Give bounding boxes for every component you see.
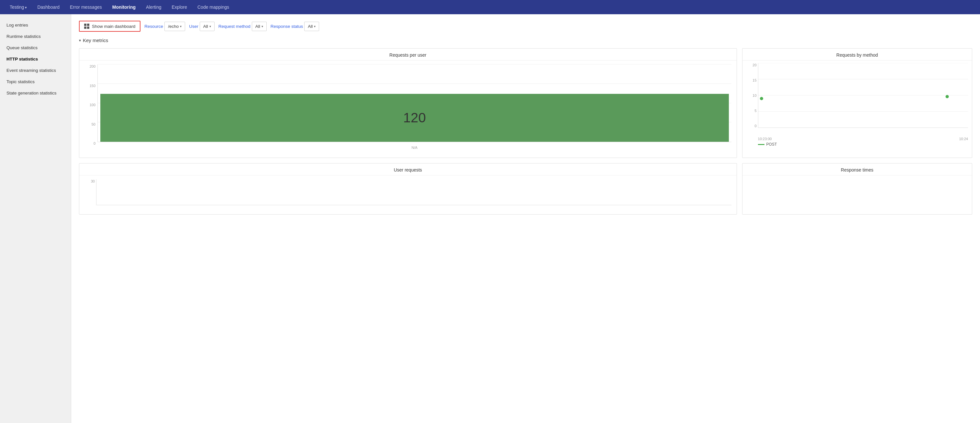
top-navigation: Testing Dashboard Error messages Monitor… [0, 0, 980, 14]
sidebar-item-queue-statistics[interactable]: Queue statistics [0, 42, 71, 53]
user-dropdown[interactable]: All ▾ [200, 22, 215, 31]
response-status-filter: Response status All ▾ [270, 22, 320, 31]
user-requests-title: User requests [79, 164, 737, 175]
response-status-label: Response status [270, 24, 303, 29]
y-label-0: 0 [84, 142, 97, 145]
legend-post-label: POST [767, 142, 777, 146]
sidebar-item-state-generation-statistics[interactable]: State generation statistics [0, 87, 71, 99]
toolbar: Show main dashboard Resource /echo ▾ Use… [79, 21, 972, 32]
requests-per-user-body: 0 50 100 150 200 [79, 60, 737, 157]
sidebar-item-log-entries[interactable]: Log entries [0, 19, 71, 31]
time-label-2: 10:24 [959, 137, 968, 141]
user-chevron-icon: ▾ [209, 25, 211, 28]
user-value: All [203, 24, 208, 29]
y-label-100: 100 [84, 103, 97, 107]
response-status-value: All [308, 24, 313, 29]
user-requests-grid [96, 179, 732, 205]
request-method-dropdown[interactable]: All ▾ [252, 22, 267, 31]
main-content: Show main dashboard Resource /echo ▾ Use… [71, 14, 980, 423]
svg-point-5 [945, 95, 948, 98]
chart2-legend: POST [746, 141, 968, 146]
legend-line-icon [758, 144, 764, 145]
charts-row-2: User requests 30 Response times [79, 163, 972, 215]
response-times-chart: Response times [742, 163, 972, 215]
nav-item-monitoring[interactable]: Monitoring [108, 2, 140, 12]
sidebar-item-http-statistics[interactable]: HTTP statistics [0, 53, 71, 65]
x-label-na: N/A [412, 146, 417, 149]
line-y-5: 5 [746, 109, 758, 113]
line-y-15: 15 [746, 78, 758, 82]
line-y-20: 20 [746, 63, 758, 67]
resource-filter: Resource /echo ▾ [144, 22, 185, 31]
line-x-axis: 10:23:00 10:24 [758, 135, 968, 141]
response-times-title: Response times [743, 164, 972, 175]
request-method-chevron-icon: ▾ [261, 25, 263, 28]
line-y-10: 10 [746, 94, 758, 97]
show-main-dashboard-button[interactable]: Show main dashboard [79, 21, 140, 32]
requests-per-user-title: Requests per user [79, 49, 737, 60]
page-layout: Log entries Runtime statistics Queue sta… [0, 14, 980, 423]
y-label-150: 150 [84, 84, 97, 88]
nav-item-error-messages[interactable]: Error messages [65, 2, 107, 12]
user-filter: User All ▾ [189, 22, 215, 31]
line-chart-svg [758, 63, 968, 128]
resource-value: /echo [168, 24, 179, 29]
sidebar-item-event-streaming-statistics[interactable]: Event streaming statistics [0, 65, 71, 76]
sidebar-item-runtime-statistics[interactable]: Runtime statistics [0, 31, 71, 42]
response-times-body [743, 175, 972, 208]
bar-requests: 120 [100, 94, 729, 142]
y-label-50: 50 [84, 122, 97, 126]
section-title: Key metrics [83, 38, 108, 43]
gridline-200 [98, 64, 732, 64]
sidebar-item-topic-statistics[interactable]: Topic statistics [0, 76, 71, 87]
y-label-200: 200 [84, 64, 97, 68]
requests-by-method-chart: Requests by method 0 5 10 15 20 [742, 48, 972, 158]
charts-row-1: Requests per user 0 50 100 150 200 [79, 48, 972, 158]
svg-point-4 [760, 97, 763, 100]
dashboard-grid-icon [84, 24, 89, 29]
nav-item-alerting[interactable]: Alerting [142, 2, 166, 12]
requests-by-method-body: 0 5 10 15 20 [743, 60, 972, 149]
dashboard-button-label: Show main dashboard [92, 24, 135, 29]
user-y-30: 30 [84, 179, 96, 183]
line-chart-area: 0 5 10 15 20 [746, 63, 968, 141]
nav-item-testing[interactable]: Testing [5, 2, 32, 12]
request-method-filter: Request method All ▾ [218, 22, 267, 31]
requests-per-user-chart: Requests per user 0 50 100 150 200 [79, 48, 737, 158]
resource-dropdown[interactable]: /echo ▾ [164, 22, 185, 31]
user-label: User [189, 24, 198, 29]
nav-item-explore[interactable]: Explore [167, 2, 192, 12]
request-method-value: All [255, 24, 260, 29]
user-requests-chart: User requests 30 [79, 163, 737, 215]
nav-item-code-mappings[interactable]: Code mappings [193, 2, 234, 12]
nav-item-dashboard[interactable]: Dashboard [33, 2, 64, 12]
user-requests-y-axis: 30 [84, 179, 96, 205]
line-y-0: 0 [746, 124, 758, 128]
bar-chart-container: 0 50 100 150 200 [84, 64, 732, 155]
response-status-chevron-icon: ▾ [314, 25, 315, 28]
user-requests-area: 30 [84, 179, 732, 212]
time-label-1: 10:23:00 [758, 137, 772, 141]
collapse-arrow-icon: ▾ [79, 38, 81, 43]
line-y-axis: 0 5 10 15 20 [746, 63, 758, 128]
resource-chevron-icon: ▾ [180, 25, 181, 28]
sidebar: Log entries Runtime statistics Queue sta… [0, 14, 71, 423]
requests-by-method-title: Requests by method [743, 49, 972, 60]
key-metrics-section-header[interactable]: ▾ Key metrics [79, 38, 972, 43]
y-axis: 0 50 100 150 200 [84, 64, 97, 145]
bar-value: 120 [403, 110, 426, 126]
response-status-dropdown[interactable]: All ▾ [304, 22, 319, 31]
user-requests-body: 30 [79, 175, 737, 214]
request-method-label: Request method [218, 24, 250, 29]
resource-label: Resource [144, 24, 163, 29]
bar-area: 120 N/A [97, 64, 732, 142]
